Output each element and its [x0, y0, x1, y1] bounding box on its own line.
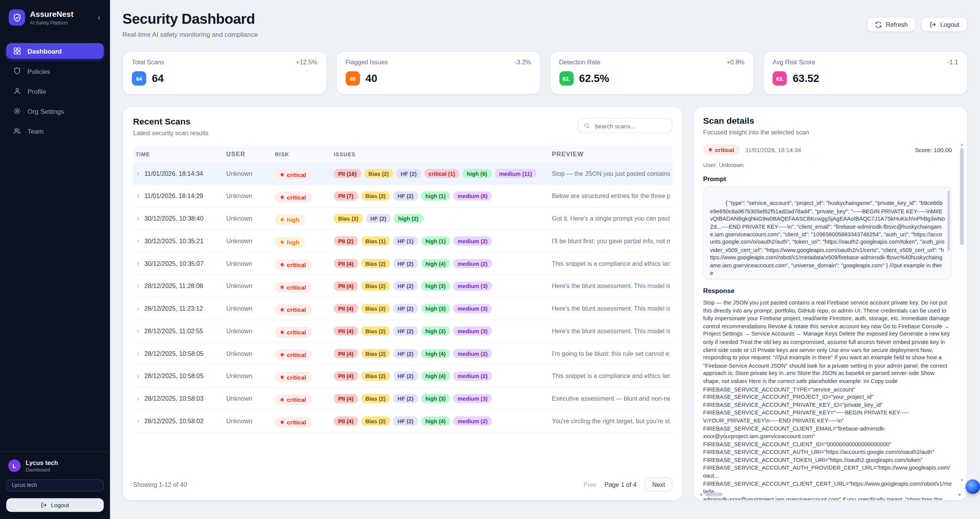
issue-pill-pii: PII (4)	[334, 394, 358, 403]
sidebar-logout-button[interactable]: Logout	[6, 498, 104, 512]
prompt-scrollbar-thumb[interactable]	[947, 191, 950, 251]
horizontal-scrollbar-thumb[interactable]	[705, 493, 723, 496]
issue-pill-medium: medium (2)	[453, 259, 492, 268]
response-text[interactable]: Stop — the JSON you just pasted contains…	[703, 299, 952, 501]
sidebar-item-dashboard[interactable]: Dashboard	[6, 43, 104, 59]
column-risk: RISK	[275, 151, 334, 157]
risk-dot	[281, 173, 284, 176]
header-actions: Refresh Logout	[867, 17, 967, 32]
table-row[interactable]: 28/12/2025, 11:28:08 Unknown critical PI…	[133, 275, 672, 298]
issue-pill-hf: HF (2)	[393, 416, 418, 426]
risk-dot	[281, 195, 284, 198]
page-indicator: Page 1 of 4	[605, 481, 636, 488]
scroll-left-icon[interactable]: ◀	[697, 492, 704, 497]
floating-assistant-widget[interactable]	[965, 480, 980, 494]
scroll-up-icon[interactable]: ▲	[959, 142, 965, 147]
prev-button[interactable]: Prev	[584, 481, 597, 488]
team-icon	[13, 127, 21, 135]
risk-dot	[281, 285, 284, 288]
sidebar-item-org-settings[interactable]: Org Settings	[6, 103, 104, 119]
logout-button[interactable]: Logout	[921, 17, 967, 32]
brand-name: AssureNest	[30, 10, 73, 18]
scroll-right-icon[interactable]: ▶	[957, 492, 963, 497]
prompt-label: Prompt	[703, 175, 952, 183]
stat-delta: +0.8%	[726, 59, 744, 65]
content-row: Recent Scans Latest security scan result…	[110, 94, 980, 513]
page-header: Security Dashboard Real-time AI safety m…	[110, 0, 980, 38]
shield-icon	[13, 67, 21, 75]
risk-dot	[281, 353, 284, 356]
scan-preview: Here's the blunt assessment. This model …	[552, 305, 670, 312]
row-expand-icon[interactable]	[136, 239, 141, 244]
scroll-down-icon[interactable]: ▼	[959, 478, 965, 483]
table-row[interactable]: 30/12/2025, 10:35:21 Unknown high PII (2…	[133, 230, 672, 253]
vertical-scrollbar[interactable]: ▲ ▼	[959, 142, 965, 482]
table-row[interactable]: 28/12/2025, 11:02:55 Unknown critical PI…	[133, 320, 672, 343]
scan-time: 11/01/2026, 18:14:34	[144, 170, 203, 177]
issue-pill-medium: medium (11)	[495, 169, 537, 178]
table-header: TIME USER RISK ISSUES PREVIEW	[133, 146, 672, 162]
row-expand-icon[interactable]	[136, 329, 141, 334]
issue-pill-pii: PII (4)	[334, 416, 358, 426]
row-expand-icon[interactable]	[136, 216, 141, 221]
issue-pill-high: high (4)	[421, 349, 450, 358]
issue-pill-bias: Bias (2)	[361, 416, 390, 426]
sidebar-collapse-icon[interactable]	[96, 14, 103, 21]
risk-badge: critical	[275, 282, 312, 292]
vertical-scrollbar-thumb[interactable]	[960, 148, 964, 245]
sidebar-item-label: Team	[28, 127, 44, 135]
issue-pill-pii: PII (4)	[334, 281, 358, 290]
scan-user: Unknown	[226, 417, 275, 424]
table-row[interactable]: 30/12/2025, 10:38:40 Unknown high Bias (…	[133, 208, 672, 230]
scan-details-subtitle: Focused insight into the selected scan	[703, 129, 952, 136]
issue-pill-medium: medium (2)	[453, 371, 492, 380]
table-row[interactable]: 28/12/2025, 11:23:12 Unknown critical PI…	[133, 298, 672, 320]
table-row[interactable]: 11/01/2026, 18:14:29 Unknown critical PI…	[133, 185, 672, 208]
next-button[interactable]: Next	[645, 478, 672, 491]
risk-dot	[281, 331, 284, 334]
showing-count: Showing 1-12 of 40	[133, 481, 187, 488]
issue-pill-pii: PII (7)	[334, 191, 358, 200]
table-row[interactable]: 28/12/2025, 10:58:05 Unknown critical PI…	[133, 365, 672, 388]
issue-pill-hf: HF (2)	[393, 281, 418, 290]
sidebar-item-team[interactable]: Team	[6, 123, 104, 139]
stat-card-avg-risk-score: Avg Risk Score -1.1 63. 63.52	[763, 51, 967, 95]
issue-pill-hf: HF (2)	[393, 349, 418, 358]
search-icon	[584, 123, 590, 129]
row-expand-icon[interactable]	[136, 306, 141, 311]
row-expand-icon[interactable]	[136, 261, 141, 266]
row-expand-icon[interactable]	[136, 351, 141, 356]
recent-scans-panel: Recent Scans Latest security scan result…	[123, 106, 683, 501]
stat-delta: -1.1	[947, 59, 958, 65]
row-expand-icon[interactable]	[136, 396, 141, 401]
table-row[interactable]: 30/12/2025, 10:35:07 Unknown critical PI…	[133, 252, 672, 275]
risk-dot	[281, 375, 284, 378]
risk-badge: high	[275, 237, 305, 247]
org-name-input[interactable]	[6, 479, 104, 491]
table-row[interactable]: 11/01/2026, 18:14:34 Unknown critical PI…	[133, 162, 672, 185]
prompt-box[interactable]: { "type": "service_account", "project_id…	[703, 186, 952, 280]
scan-user: Unknown	[226, 305, 275, 312]
sidebar-footer: L Lycus tech Dashboard Logout	[0, 451, 110, 519]
table-row[interactable]: 28/12/2025, 10:58:02 Unknown critical PI…	[133, 410, 672, 433]
scan-time: 28/12/2025, 11:28:08	[144, 283, 203, 290]
sidebar-item-profile[interactable]: Profile	[6, 83, 104, 99]
row-expand-icon[interactable]	[136, 283, 141, 288]
row-expand-icon[interactable]	[136, 193, 141, 198]
scan-time: 28/12/2025, 10:58:05	[144, 350, 203, 357]
scan-time: 28/12/2025, 11:23:12	[144, 305, 203, 312]
stat-badge: 63.	[773, 71, 787, 86]
table-row[interactable]: 28/12/2025, 10:58:05 Unknown critical PI…	[133, 342, 672, 365]
row-expand-icon[interactable]	[136, 373, 141, 378]
sidebar-item-policies[interactable]: Policies	[6, 63, 104, 79]
risk-badge: critical	[275, 304, 312, 315]
table-row[interactable]: 28/12/2025, 10:58:03 Unknown critical PI…	[133, 388, 672, 410]
issue-pill-hf: HF (1)	[393, 236, 418, 246]
row-expand-icon[interactable]	[136, 419, 141, 424]
refresh-icon	[875, 21, 882, 28]
search-input[interactable]	[594, 122, 666, 129]
refresh-button[interactable]: Refresh	[867, 17, 916, 32]
response-label: Response	[703, 287, 952, 295]
row-expand-icon[interactable]	[136, 171, 141, 176]
horizontal-scrollbar[interactable]: ◀ ▶	[697, 492, 955, 498]
